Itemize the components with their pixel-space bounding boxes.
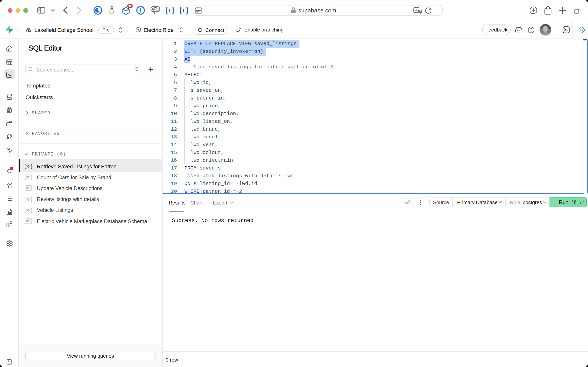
svg-text:A: A (415, 8, 418, 12)
svg-text:文: 文 (419, 9, 421, 13)
